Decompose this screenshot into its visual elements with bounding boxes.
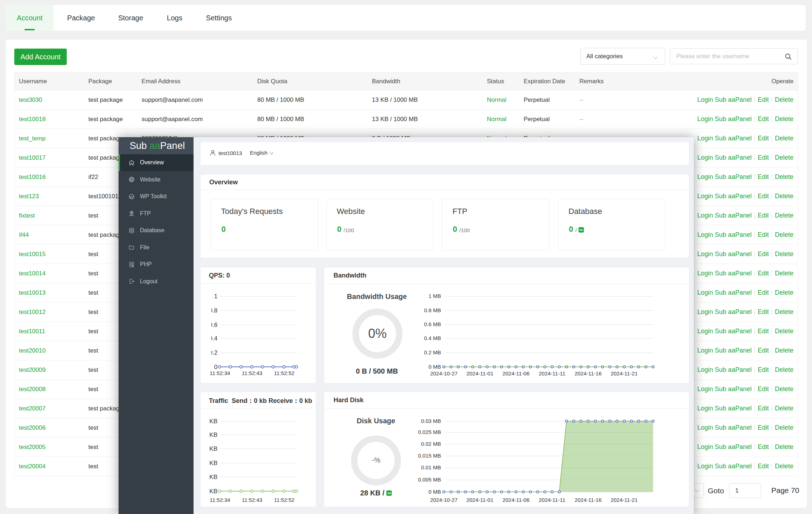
svg-text:11:52:52: 11:52:52 xyxy=(274,497,294,503)
svg-text:0.6 MB: 0.6 MB xyxy=(424,321,441,327)
svg-text:2024-11-16: 2024-11-16 xyxy=(575,497,602,503)
svg-text:0.4: 0.4 xyxy=(209,335,217,342)
svg-text:2024-11-06: 2024-11-06 xyxy=(502,497,530,503)
svg-text:2024-10-27: 2024-10-27 xyxy=(430,370,458,376)
svg-text:KB: KB xyxy=(209,460,217,466)
svg-text:0.025 MB: 0.025 MB xyxy=(418,429,441,435)
svg-text:0.2 MB: 0.2 MB xyxy=(424,349,441,355)
svg-text:11:52:34: 11:52:34 xyxy=(210,370,230,376)
svg-text:0 MB: 0 MB xyxy=(428,489,441,495)
svg-text:0: 0 xyxy=(214,364,217,370)
svg-text:2024-11-01: 2024-11-01 xyxy=(466,497,493,503)
svg-text:2024-11-21: 2024-11-21 xyxy=(611,497,638,503)
svg-text:2024-11-16: 2024-11-16 xyxy=(575,370,602,376)
svg-text:0.6: 0.6 xyxy=(209,321,217,328)
svg-text:2024-10-27: 2024-10-27 xyxy=(430,497,458,503)
svg-text:0.2: 0.2 xyxy=(209,349,217,356)
svg-text:KB: KB xyxy=(209,488,217,495)
svg-text:2024-11-11: 2024-11-11 xyxy=(539,370,566,376)
svg-text:0.4 MB: 0.4 MB xyxy=(424,335,441,341)
svg-text:0.8 MB: 0.8 MB xyxy=(424,307,441,313)
svg-text:KB: KB xyxy=(209,445,217,452)
svg-text:1: 1 xyxy=(214,293,217,300)
svg-text:1 MB: 1 MB xyxy=(428,293,441,299)
svg-text:0.01 MB: 0.01 MB xyxy=(421,464,441,470)
svg-text:0.02 MB: 0.02 MB xyxy=(421,441,441,447)
svg-text:11:52:43: 11:52:43 xyxy=(242,497,262,503)
svg-text:0.8: 0.8 xyxy=(209,307,217,314)
svg-text:11:52:34: 11:52:34 xyxy=(210,497,230,503)
svg-text:11:52:52: 11:52:52 xyxy=(274,370,294,376)
svg-text:0.015 MB: 0.015 MB xyxy=(418,453,441,459)
svg-text:2024-11-21: 2024-11-21 xyxy=(611,370,638,376)
svg-text:KB: KB xyxy=(209,418,217,425)
svg-text:2024-11-01: 2024-11-01 xyxy=(466,370,493,376)
svg-text:0 MB: 0 MB xyxy=(428,364,441,370)
svg-text:2024-11-11: 2024-11-11 xyxy=(539,497,566,503)
svg-text:11:52:43: 11:52:43 xyxy=(242,370,262,376)
svg-text:KB: KB xyxy=(209,474,217,480)
svg-text:0.005 MB: 0.005 MB xyxy=(418,476,441,483)
svg-text:KB: KB xyxy=(209,431,217,438)
svg-text:2024-11-06: 2024-11-06 xyxy=(502,370,530,376)
